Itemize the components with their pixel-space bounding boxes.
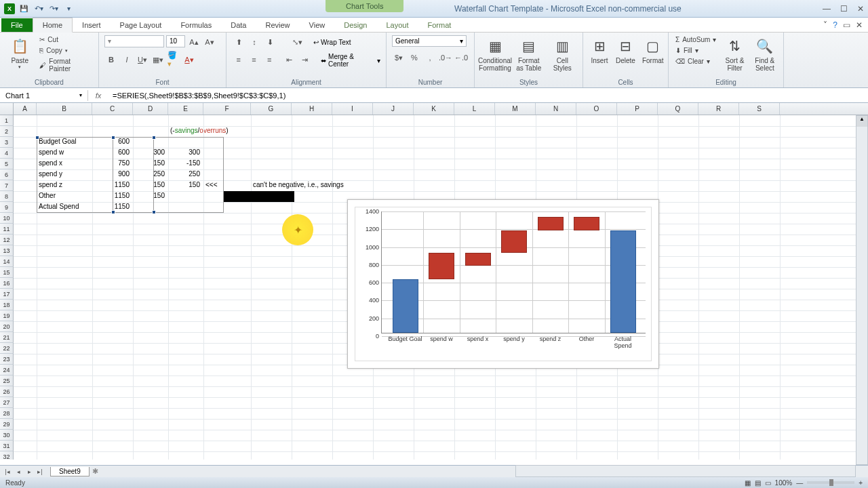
zoom-out-icon[interactable]: —: [796, 479, 803, 487]
chart-bar-spend w-delta[interactable]: [429, 253, 454, 279]
col-header-G[interactable]: G: [251, 103, 292, 115]
decrease-decimal-icon[interactable]: ←.0: [454, 51, 468, 64]
font-size-select[interactable]: 10: [166, 35, 185, 47]
scroll-up-icon[interactable]: ▲: [856, 116, 867, 127]
new-sheet-icon[interactable]: ✱: [92, 467, 98, 476]
tab-file[interactable]: File: [1, 18, 33, 32]
last-sheet-icon[interactable]: ▸|: [35, 468, 45, 475]
chart-bar-spend x-delta[interactable]: [465, 253, 491, 266]
chart-bar-Actual Spend[interactable]: [610, 230, 636, 333]
row-header-6[interactable]: 6: [0, 169, 14, 180]
first-sheet-icon[interactable]: |◂: [3, 468, 12, 475]
percent-icon[interactable]: %: [408, 51, 421, 64]
fill-button[interactable]: ⬇Fill▾: [674, 46, 717, 55]
align-right-icon[interactable]: ≡: [262, 53, 276, 66]
align-middle-icon[interactable]: ↕: [248, 35, 261, 49]
col-header-C[interactable]: C: [92, 103, 133, 115]
sort-filter-button[interactable]: ⇅Sort & Filter: [722, 35, 747, 73]
selection-handle[interactable]: [152, 210, 156, 214]
vertical-scrollbar[interactable]: ▲: [856, 115, 868, 465]
prev-sheet-icon[interactable]: ◂: [14, 468, 23, 475]
chart-bar-Other-delta[interactable]: [574, 217, 599, 230]
col-header-O[interactable]: O: [576, 103, 617, 115]
row-header-3[interactable]: 3: [0, 137, 14, 148]
row-header-5[interactable]: 5: [0, 159, 14, 169]
chart-bar-spend y-delta[interactable]: [501, 230, 527, 253]
zoom-slider[interactable]: [807, 481, 854, 484]
row-header-10[interactable]: 10: [0, 213, 14, 224]
conditional-formatting-button[interactable]: ▦Conditional Formatting: [480, 35, 510, 73]
close-icon[interactable]: ✕: [857, 4, 864, 14]
view-normal-icon[interactable]: ▦: [745, 479, 751, 487]
formula-input[interactable]: =SERIES(,Sheet9!$B$3:$B$9,Sheet9!$C$3:$C…: [108, 90, 868, 101]
selection-handle[interactable]: [152, 136, 156, 140]
zoom-in-icon[interactable]: +: [859, 479, 863, 487]
row-header-4[interactable]: 4: [0, 148, 14, 159]
horizontal-scrollbar[interactable]: [515, 465, 856, 477]
tab-formulas[interactable]: Formulas: [171, 18, 221, 32]
selection-handle[interactable]: [35, 136, 39, 140]
sheet-tab-active[interactable]: Sheet9: [50, 467, 90, 476]
row-header-9[interactable]: 9: [0, 202, 14, 213]
col-header-F[interactable]: F: [203, 103, 251, 115]
view-layout-icon[interactable]: ▤: [755, 479, 761, 487]
copy-button[interactable]: ⎘Copy▾: [38, 46, 93, 55]
merge-center-button[interactable]: ⬌Merge & Center▾: [321, 53, 380, 68]
tab-layout[interactable]: Layout: [376, 18, 418, 32]
minimize-ribbon-icon[interactable]: ˅: [823, 20, 827, 30]
format-cells-button[interactable]: ▢Format: [641, 35, 665, 66]
align-center-icon[interactable]: ≡: [248, 53, 261, 66]
row-header-1[interactable]: 1: [0, 115, 14, 126]
select-all-corner[interactable]: [0, 103, 14, 115]
col-header-N[interactable]: N: [536, 103, 576, 115]
col-header-P[interactable]: P: [617, 103, 658, 115]
col-header-H[interactable]: H: [292, 103, 332, 115]
row-header-12[interactable]: 12: [0, 235, 14, 245]
orientation-icon[interactable]: ⤡▾: [290, 35, 304, 49]
col-header-K[interactable]: K: [414, 103, 454, 115]
format-painter-button[interactable]: 🖌Format Painter: [38, 57, 93, 73]
row-header-32[interactable]: 32: [0, 451, 14, 460]
restore-window-icon[interactable]: ▭: [843, 20, 850, 30]
fx-icon[interactable]: fx: [88, 92, 108, 100]
tab-page-layout[interactable]: Page Layout: [111, 18, 172, 32]
col-header-E[interactable]: E: [168, 103, 203, 115]
row-header-15[interactable]: 15: [0, 267, 14, 278]
italic-button[interactable]: I: [120, 53, 134, 66]
col-header-Q[interactable]: Q: [658, 103, 698, 115]
waterfall-chart[interactable]: 0200400600800100012001400Budget Goalspen…: [347, 199, 659, 369]
save-icon[interactable]: 💾: [18, 3, 30, 15]
clear-button[interactable]: ⌫Clear▾: [674, 57, 717, 66]
col-header-I[interactable]: I: [332, 103, 373, 115]
autosum-button[interactable]: ΣAutoSum▾: [674, 35, 717, 44]
selection-handle[interactable]: [111, 136, 115, 140]
row-header-8[interactable]: 8: [0, 191, 14, 202]
row-header-27[interactable]: 27: [0, 397, 14, 408]
insert-cells-button[interactable]: ⊞Insert: [589, 35, 610, 66]
col-header-M[interactable]: M: [495, 103, 536, 115]
close-workbook-icon[interactable]: ✕: [856, 20, 863, 30]
row-header-7[interactable]: 7: [0, 180, 14, 191]
cut-button[interactable]: ✂Cut: [38, 35, 93, 44]
minimize-icon[interactable]: —: [823, 4, 831, 14]
row-header-14[interactable]: 14: [0, 256, 14, 267]
qat-customize-icon[interactable]: ▾: [62, 3, 75, 15]
comma-icon[interactable]: ,: [423, 51, 437, 64]
row-header-13[interactable]: 13: [0, 245, 14, 256]
tab-format[interactable]: Format: [418, 18, 460, 32]
col-header-B[interactable]: B: [37, 103, 92, 115]
row-header-21[interactable]: 21: [0, 332, 14, 343]
fill-color-button[interactable]: 🪣▾: [167, 53, 180, 66]
decrease-indent-icon[interactable]: ⇤: [283, 53, 296, 66]
row-header-20[interactable]: 20: [0, 321, 14, 332]
tab-review[interactable]: Review: [256, 18, 299, 32]
row-header-16[interactable]: 16: [0, 278, 14, 289]
row-header-22[interactable]: 22: [0, 343, 14, 354]
next-sheet-icon[interactable]: ▸: [24, 468, 34, 475]
increase-decimal-icon[interactable]: .0→: [439, 51, 452, 64]
col-header-J[interactable]: J: [373, 103, 414, 115]
border-button[interactable]: ▦▾: [151, 53, 165, 66]
chart-plot-area[interactable]: 0200400600800100012001400Budget Goalspen…: [381, 211, 646, 333]
font-color-button[interactable]: A▾: [182, 53, 196, 66]
format-as-table-button[interactable]: ▤Format as Table: [514, 35, 544, 73]
